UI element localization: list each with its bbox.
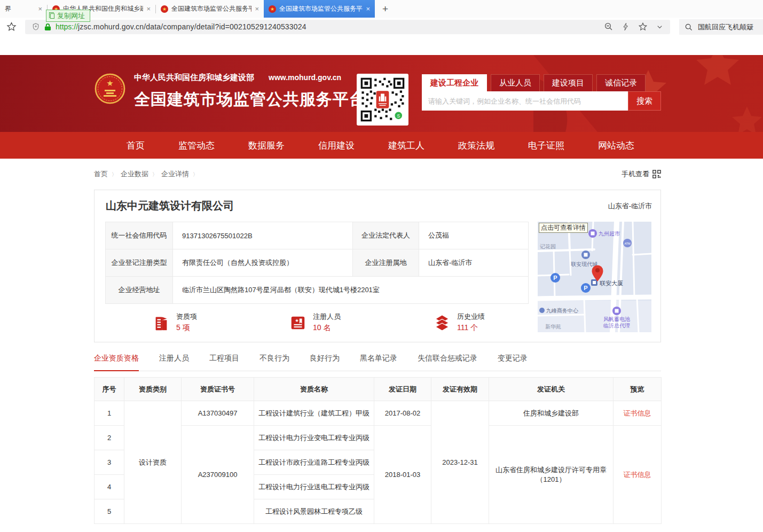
close-icon[interactable]: ×	[38, 5, 42, 13]
svg-text:★: ★	[295, 318, 299, 323]
cell-no: 5	[95, 499, 124, 524]
col-validity: 发证有效期	[431, 378, 489, 401]
search-tab-enterprise[interactable]: 建设工程企业	[422, 74, 487, 91]
search-tab-personnel[interactable]: 从业人员	[491, 74, 540, 91]
company-location-map[interactable]: 点击可查看详情 九州超市	[538, 222, 651, 332]
svg-text:★: ★	[106, 79, 113, 88]
cell-no: 2	[95, 426, 124, 450]
credit-code-label: 统一社会信用代码	[106, 222, 173, 249]
cell-issue-date: 2018-01-03	[374, 426, 431, 524]
tab-blacklist[interactable]: 黑名单记录	[360, 354, 397, 371]
close-icon[interactable]: ×	[366, 5, 370, 13]
hot-search-text: 国航回应飞机颠簸	[698, 22, 753, 32]
site-favicon-icon: ★	[161, 5, 168, 13]
reg-region-label: 企业注册属地	[353, 249, 419, 277]
svg-text:P: P	[553, 275, 557, 281]
tab-dishonesty[interactable]: 失信联合惩戒记录	[418, 354, 477, 371]
reg-region-value: 山东省-临沂市	[419, 249, 529, 277]
address-bar[interactable]: https://jzsc.mohurd.gov.cn/data/company/…	[25, 20, 670, 34]
cell-cert-no: A237009100	[182, 426, 254, 524]
close-icon[interactable]: ×	[146, 5, 151, 13]
qualification-building-icon	[152, 314, 170, 332]
tab-qualifications[interactable]: 企业资质资格	[94, 354, 139, 371]
cell-category: 设计资质	[124, 401, 182, 524]
tab-title: 全国建筑市场监管公共服务平台	[279, 4, 363, 13]
map-label: 新华苑	[545, 324, 561, 330]
cell-cert-no: A137030497	[182, 401, 254, 426]
performance-layers-icon	[433, 314, 451, 332]
map-label: 记花园	[540, 244, 556, 249]
nav-item-workers[interactable]: 建筑工人	[388, 139, 424, 152]
map-label: ATM	[624, 242, 631, 245]
lightning-icon[interactable]	[622, 22, 630, 32]
nav-item-home[interactable]: 首页	[127, 139, 145, 152]
tab-registered-personnel[interactable]: 注册人员	[159, 354, 189, 371]
browser-tab-active[interactable]: ★ 全国建筑市场监管公共服务平台 ×	[264, 0, 375, 18]
browser-tab-jzsc[interactable]: ★ 全国建筑市场监管公共服务平台 ×	[156, 0, 264, 18]
certificate-info-link[interactable]: 证书信息	[624, 471, 651, 479]
url-text[interactable]: https://jzsc.mohurd.gov.cn/data/company/…	[56, 22, 306, 32]
reg-type-label: 企业登记注册类型	[106, 249, 173, 277]
certificate-info-link[interactable]: 证书信息	[624, 409, 651, 417]
chevron-down-icon[interactable]	[656, 23, 664, 31]
cell-validity: 2023-12-31	[431, 401, 489, 524]
keyword-search-input[interactable]	[422, 91, 628, 111]
cell-no: 4	[95, 475, 124, 499]
stat-historical-performance: 历史业绩 111 个	[433, 312, 485, 333]
stat-value: 111 个	[457, 323, 485, 333]
national-emblem-icon: ★	[94, 73, 126, 105]
search-icon	[685, 23, 693, 32]
nav-item-e-license[interactable]: 电子证照	[528, 139, 564, 152]
map-label: 联安大厦	[600, 280, 623, 286]
close-icon[interactable]: ×	[255, 5, 259, 13]
map-tooltip: 点击可查看详情	[539, 223, 588, 233]
nav-item-credit[interactable]: 信用建设	[318, 139, 355, 152]
cell-name: 工程设计电力行业送电工程专业丙级	[254, 475, 374, 499]
site-brand[interactable]: ★ 中华人民共和国住房和城乡建设部 www.mohurd.gov.cn 全国建筑…	[94, 73, 366, 111]
bookmark-star-icon[interactable]	[6, 21, 17, 32]
tab-title: 全国建筑市场监管公共服务平台	[171, 4, 251, 13]
cell-name: 工程设计建筑行业（建筑工程）甲级	[254, 401, 374, 426]
stat-label: 注册人员	[313, 312, 341, 322]
new-tab-icon[interactable]: +	[382, 3, 388, 15]
tab-change-records[interactable]: 变更记录	[498, 354, 528, 371]
lock-icon	[44, 23, 51, 31]
search-tab-project[interactable]: 建设项目	[544, 74, 593, 91]
search-button[interactable]: 搜索	[628, 91, 661, 111]
tab-good-behavior[interactable]: 良好行为	[310, 354, 340, 371]
url-scheme: https://	[56, 22, 78, 31]
table-row: 1 设计资质 A137030497 工程设计建筑行业（建筑工程）甲级 2017-…	[95, 401, 662, 426]
copy-url-tooltip: 复制网址	[46, 10, 90, 22]
header-qr-code: S	[357, 74, 408, 126]
nav-item-data-service[interactable]: 数据服务	[248, 139, 285, 152]
stat-qualifications: 资质项 5 项	[152, 312, 197, 333]
shield-permission-icon[interactable]	[32, 22, 40, 31]
zoom-out-icon[interactable]	[604, 22, 613, 32]
breadcrumb-home[interactable]: 首页	[94, 169, 121, 179]
mobile-view-button[interactable]: 手机查看	[622, 169, 661, 179]
main-navigation: 首页 监管动态 数据服务 信用建设 建筑工人 政策法规 电子证照 网站动态	[0, 132, 763, 159]
company-region: 山东省-临沂市	[608, 201, 652, 211]
browser-tab-partial[interactable]: 界 ×	[0, 0, 47, 18]
tab-bad-behavior[interactable]: 不良行为	[259, 354, 289, 371]
browser-tab-strip: 界 × ★ 中华人民共和国住房和城乡建设 × ★ 全国建筑市场监管公共服务平台 …	[0, 0, 763, 18]
nav-item-policy[interactable]: 政策法规	[458, 139, 494, 152]
col-cert-no: 资质证书号	[182, 378, 254, 401]
copy-url-tooltip-label: 复制网址	[57, 11, 85, 21]
search-tab-credit[interactable]: 诚信记录	[596, 74, 646, 91]
star-icon[interactable]	[638, 22, 648, 32]
url-path: jzsc.mohurd.gov.cn/data/company/detail?i…	[78, 22, 306, 31]
map-image: 九州超市 ATM 记花园 联安现代城 P P 联安大厦 九峰商务中心 新华苑 风…	[538, 222, 651, 332]
company-detail-tabs: 企业资质资格 注册人员 工程项目 不良行为 良好行为 黑名单记录 失信联合惩戒记…	[94, 354, 661, 371]
qualification-table: 序号 资质类别 资质证书号 资质名称 发证日期 发证有效期 发证机关 预览 1 …	[94, 377, 662, 524]
map-label: 风帆蓄电池	[603, 316, 630, 322]
nav-item-site-news[interactable]: 网站动态	[598, 139, 634, 152]
personnel-certificate-icon: ★	[289, 314, 307, 332]
qr-code-image: S	[360, 77, 405, 122]
breadcrumb-company-data[interactable]: 企业数据	[121, 169, 161, 179]
tab-projects[interactable]: 工程项目	[209, 354, 239, 371]
hot-search-box[interactable]: 国航回应飞机颠簸	[679, 19, 763, 35]
cell-no: 3	[95, 450, 124, 475]
nav-item-supervision[interactable]: 监管动态	[178, 139, 215, 152]
map-label: 联安现代城	[571, 261, 597, 267]
